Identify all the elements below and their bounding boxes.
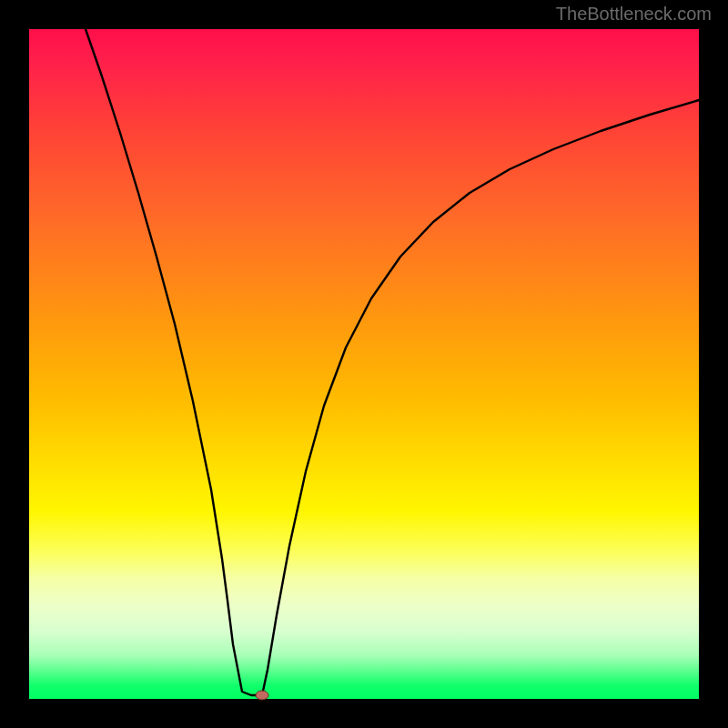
watermark-text: TheBottleneck.com (556, 4, 712, 25)
min-marker (256, 691, 268, 700)
curve-path (86, 29, 699, 695)
chart-frame: TheBottleneck.com (0, 0, 728, 728)
bottleneck-curve-plot (29, 29, 699, 699)
